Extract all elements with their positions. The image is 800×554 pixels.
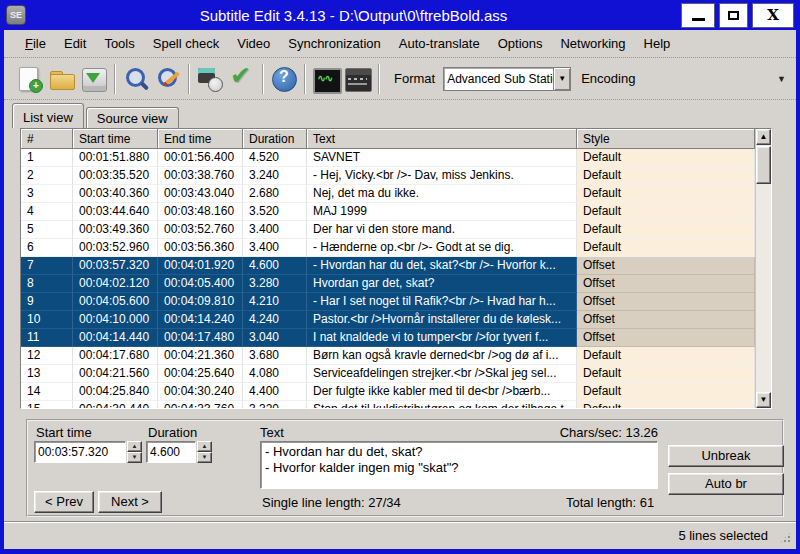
cell-text: Der har vi den store mand. [307, 221, 577, 239]
cell-dur: 3.400 [243, 239, 307, 257]
duration-down-icon[interactable]: ▼ [197, 452, 212, 463]
menu-item-help[interactable]: Help [635, 31, 680, 57]
cell-end: 00:04:01.920 [158, 257, 243, 275]
cell-start: 00:04:10.000 [73, 311, 158, 329]
cell-num: 15 [21, 401, 73, 408]
scroll-down-icon[interactable]: ▼ [756, 392, 771, 408]
text-label: Text [260, 425, 284, 440]
cell-dur: 4.240 [243, 311, 307, 329]
cell-num: 12 [21, 347, 73, 365]
cell-num: 6 [21, 239, 73, 257]
menu-item-options[interactable]: Options [489, 31, 552, 57]
column-header-text[interactable]: Text [307, 129, 577, 149]
vertical-scrollbar[interactable]: ▲ ▼ [755, 129, 771, 408]
video-toggle-icon[interactable] [344, 65, 372, 93]
maximize-button[interactable] [719, 3, 748, 28]
cell-text: Børn kan også kravle derned<br />og dø a… [307, 347, 577, 365]
app-icon[interactable]: SE [6, 5, 26, 25]
start-time-up-icon[interactable]: ▲ [127, 441, 142, 452]
duration-up-icon[interactable]: ▲ [197, 441, 212, 452]
table-row[interactable]: 700:03:57.32000:04:01.9204.600- Hvordan … [21, 257, 755, 275]
next-button[interactable]: Next > [98, 491, 162, 513]
window-controls: X [681, 3, 794, 28]
cell-style: Default [577, 167, 755, 185]
table-row[interactable]: 500:03:49.36000:03:52.7603.400Der har vi… [21, 221, 755, 239]
column-header-num[interactable]: # [21, 129, 73, 149]
open-file-icon[interactable] [48, 65, 76, 93]
save-icon[interactable] [80, 65, 108, 93]
help-icon[interactable] [270, 65, 298, 93]
start-time-stepper[interactable]: ▲ ▼ [34, 441, 142, 463]
table-row[interactable]: 1000:04:10.00000:04:14.2404.240Pastor.<b… [21, 311, 755, 329]
duration-input[interactable] [147, 442, 195, 462]
start-time-down-icon[interactable]: ▼ [127, 452, 142, 463]
app-window: SE Subtitle Edit 3.4.13 - D:\Output\0\ft… [0, 0, 800, 554]
format-dropdown-arrow-icon[interactable]: ▼ [553, 68, 570, 90]
table-row[interactable]: 100:01:51.88000:01:56.4004.520SAVNETDefa… [21, 149, 755, 167]
toolbar-separator [188, 64, 190, 94]
close-button[interactable]: X [752, 3, 794, 28]
close-icon: X [767, 6, 779, 24]
chars-per-sec: Chars/sec: 13.26 [472, 425, 658, 440]
table-row[interactable]: 600:03:52.96000:03:56.3603.400- Hænderne… [21, 239, 755, 257]
table-row[interactable]: 1100:04:14.44000:04:17.4803.040I nat kna… [21, 329, 755, 347]
menu-item-tools[interactable]: Tools [95, 31, 143, 57]
menu-item-auto-translate[interactable]: Auto-translate [390, 31, 489, 57]
cell-text: SAVNET [307, 149, 577, 167]
table-row[interactable]: 1400:04:25.84000:04:30.2404.400Der fulgt… [21, 383, 755, 401]
scroll-up-icon[interactable]: ▲ [756, 129, 771, 145]
table-row[interactable]: 300:03:40.36000:03:43.0402.680Nej, det m… [21, 185, 755, 203]
cell-style: Default [577, 185, 755, 203]
toolbar-icons [14, 64, 374, 94]
minimize-button[interactable] [681, 3, 715, 28]
auto-br-button[interactable]: Auto br [668, 473, 784, 495]
start-time-input[interactable] [35, 442, 125, 462]
duration-stepper[interactable]: ▲ ▼ [146, 441, 212, 463]
menu-item-networking[interactable]: Networking [551, 31, 634, 57]
table-row[interactable]: 1300:04:21.56000:04:25.6404.080Serviceaf… [21, 365, 755, 383]
replace-icon[interactable] [154, 65, 182, 93]
menu-item-synchronization[interactable]: Synchronization [279, 31, 390, 57]
cell-start: 00:03:40.360 [73, 185, 158, 203]
table-row[interactable]: 200:03:35.52000:03:38.7603.240- Hej, Vic… [21, 167, 755, 185]
table-row[interactable]: 1500:04:30.44000:04:33.7603.320Stop det … [21, 401, 755, 408]
prev-button[interactable]: < Prev [34, 491, 94, 513]
tab-source-view[interactable]: Source view [86, 107, 179, 128]
table-row[interactable]: 1200:04:17.68000:04:21.3603.680Børn kan … [21, 347, 755, 365]
menu-item-video[interactable]: Video [228, 31, 279, 57]
cell-start: 00:04:17.680 [73, 347, 158, 365]
find-icon[interactable] [122, 65, 150, 93]
cell-text: Serviceafdelingen strejker.<br />Skal je… [307, 365, 577, 383]
cell-start: 00:04:14.440 [73, 329, 158, 347]
single-line-length: Single line length: 27/34 [262, 495, 401, 510]
cell-dur: 3.520 [243, 203, 307, 221]
cell-end: 00:03:56.360 [158, 239, 243, 257]
cell-text: - Hænderne op.<br />- Godt at se dig. [307, 239, 577, 257]
unbreak-button[interactable]: Unbreak [668, 445, 784, 467]
cell-style: Offset [577, 311, 755, 329]
scrollbar-thumb[interactable] [756, 146, 771, 184]
spell-check-icon[interactable] [228, 65, 256, 93]
format-dropdown[interactable]: Advanced Sub Station ▼ [443, 67, 571, 91]
column-header-start[interactable]: Start time [73, 129, 158, 149]
column-header-style[interactable]: Style [577, 129, 755, 149]
resize-grip-icon[interactable] [779, 531, 792, 544]
subtitle-text-input[interactable]: - Hvordan har du det, skat? - Hvorfor ka… [260, 441, 658, 489]
encoding-dropdown-arrow-icon[interactable]: ▼ [777, 74, 786, 84]
visual-sync-icon[interactable] [196, 65, 224, 93]
table-row[interactable]: 900:04:05.60000:04:09.8104.210- Har I se… [21, 293, 755, 311]
menu-item-edit[interactable]: Edit [55, 31, 95, 57]
column-header-end[interactable]: End time [158, 129, 243, 149]
menu-item-file[interactable]: File [16, 31, 55, 57]
menu-item-spell-check[interactable]: Spell check [144, 31, 228, 57]
table-row[interactable]: 400:03:44.64000:03:48.1603.520MAJ 1999De… [21, 203, 755, 221]
cell-text: I nat knaldede vi to tumper<br />for tyv… [307, 329, 577, 347]
cell-start: 00:04:30.440 [73, 401, 158, 408]
column-header-dur[interactable]: Duration [243, 129, 307, 149]
tab-list-view[interactable]: List view [12, 103, 84, 128]
toolbar-separator [378, 64, 380, 94]
waveform-toggle-icon[interactable] [312, 65, 340, 93]
new-file-icon[interactable] [16, 65, 44, 93]
cell-start: 00:04:21.560 [73, 365, 158, 383]
table-row[interactable]: 800:04:02.12000:04:05.4003.280Hvordan ga… [21, 275, 755, 293]
